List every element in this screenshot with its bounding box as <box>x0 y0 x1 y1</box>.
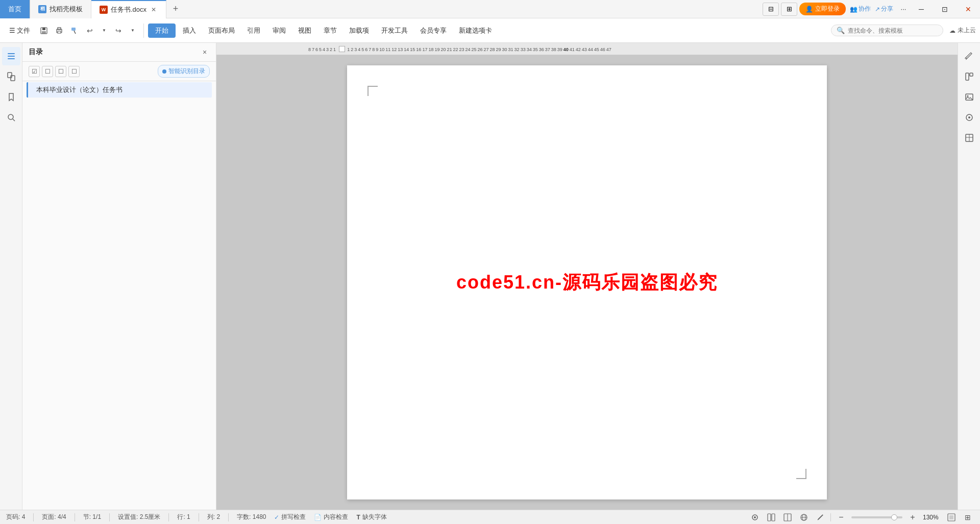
window-layout-button[interactable]: ⊟ <box>763 3 779 16</box>
undo-dropdown[interactable]: ▼ <box>97 24 111 37</box>
share-button[interactable]: ↗ 分享 <box>875 5 893 13</box>
word-count-label: 字数: 1480 <box>237 513 266 521</box>
insert-menu[interactable]: 插入 <box>178 23 201 38</box>
zoom-in-button[interactable]: + <box>906 511 919 523</box>
vip-menu[interactable]: 会员专享 <box>415 23 452 38</box>
addon-menu[interactable]: 加载项 <box>344 23 374 38</box>
save-button[interactable] <box>37 24 51 37</box>
svg-line-14 <box>13 119 15 121</box>
page-code-label: 页码: 4 <box>6 513 25 521</box>
format-painter-button[interactable] <box>68 24 81 37</box>
file-menu-button[interactable]: ☰ 文件 <box>4 24 35 37</box>
preview-button[interactable] <box>749 511 761 523</box>
redo-button[interactable]: ↪ <box>112 24 125 37</box>
row-label: 行: 1 <box>177 513 190 521</box>
hamburger-icon: ☰ <box>9 27 15 34</box>
word-count: 字数: 1480 <box>237 513 266 521</box>
ribbon: ☰ 文件 ↩ ▼ ↪ ▼ 开始 插入 页面布局 引用 审阅 视图 章节 加载项 … <box>0 18 980 43</box>
ruler-content: 87654321 1234567891011121314151617181920… <box>216 46 958 52</box>
tab-home-label: 首页 <box>8 5 21 14</box>
redo-dropdown[interactable]: ▼ <box>126 24 139 37</box>
tab-doc[interactable]: W 任务书.docx ✕ <box>91 0 166 18</box>
undo-button[interactable]: ↩ <box>83 24 96 37</box>
start-tab-button[interactable]: 开始 <box>148 23 176 38</box>
zoom-slider[interactable] <box>851 516 902 518</box>
cloud-icon: ☁ <box>949 27 955 34</box>
login-button[interactable]: 👤 立即登录 <box>799 3 846 15</box>
setting-value: 设置值: 2.5厘米 <box>118 513 160 521</box>
toc-tool-1[interactable]: ☐ <box>42 66 53 77</box>
right-icon-edit[interactable] <box>960 47 978 65</box>
zoom-handle[interactable] <box>891 514 897 520</box>
print-button[interactable] <box>53 24 66 37</box>
sidebar-icon-bookmark[interactable] <box>2 88 20 106</box>
globe-button[interactable] <box>798 511 810 523</box>
newtab-menu[interactable]: 新建选项卡 <box>454 23 497 38</box>
cloud-status[interactable]: ☁ 未上云 <box>949 26 976 35</box>
more-button[interactable]: ··· <box>897 3 910 15</box>
search-input[interactable] <box>848 27 929 34</box>
sidebar-icon-pages[interactable] <box>2 67 20 86</box>
collab-label: 协作 <box>859 5 871 13</box>
close-button[interactable]: ✕ <box>957 0 980 18</box>
tab-add-button[interactable]: + <box>166 0 185 18</box>
share-icon: ↗ <box>875 6 880 13</box>
page-view-button[interactable] <box>765 511 777 523</box>
collab-icon: 👥 <box>850 6 857 13</box>
tab-home[interactable]: 首页 <box>0 0 30 18</box>
right-icon-image[interactable] <box>960 88 978 106</box>
toc-checkbox-all[interactable]: ☑ <box>29 66 40 77</box>
pen-tool-button[interactable] <box>814 511 826 523</box>
section-label: 节: 1/1 <box>83 513 101 521</box>
toc-close-button[interactable]: × <box>200 47 210 57</box>
right-icon-table[interactable] <box>960 129 978 147</box>
share-label: 分享 <box>881 5 893 13</box>
layout-menu[interactable]: 页面布局 <box>203 23 240 38</box>
spell-check-button[interactable]: ✓ 拼写检查 <box>274 513 306 521</box>
zoom-out-button[interactable]: − <box>835 511 847 523</box>
missing-font-label: 缺失字体 <box>362 513 387 521</box>
split-view-button[interactable] <box>781 511 794 523</box>
toc-item-1-label: 本科毕业设计（论文）任务书 <box>36 85 122 94</box>
status-sep-6 <box>228 513 229 521</box>
window-split-button[interactable]: ⊞ <box>781 3 797 16</box>
references-menu[interactable]: 引用 <box>242 23 265 38</box>
tab-template[interactable]: 稻 找稻壳模板 <box>30 0 91 18</box>
toc-header: 目录 × <box>22 43 216 62</box>
missing-font-button[interactable]: T 缺失字体 <box>356 513 386 521</box>
toc-tool-2[interactable]: ☐ <box>55 66 66 77</box>
check-icon: ✓ <box>274 514 279 521</box>
svg-point-18 <box>967 96 968 97</box>
view-menu[interactable]: 视图 <box>293 23 316 38</box>
develop-menu[interactable]: 开发工具 <box>376 23 413 38</box>
toc-smart-button[interactable]: 智能识别目录 <box>158 65 210 78</box>
review-menu[interactable]: 审阅 <box>267 23 291 38</box>
right-icon-settings[interactable] <box>960 108 978 127</box>
page-info: 页面: 4/4 <box>42 513 66 521</box>
sidebar-icon-search[interactable] <box>2 108 20 127</box>
fit-page-button[interactable] <box>945 511 958 523</box>
right-icon-format[interactable] <box>960 67 978 86</box>
sidebar-icon-nav[interactable] <box>2 47 20 65</box>
minimize-button[interactable]: ─ <box>910 0 933 18</box>
document-canvas[interactable]: code51.cn-源码乐园盗图必究 <box>216 55 958 510</box>
svg-rect-16 <box>970 73 973 76</box>
zoom-sep <box>830 513 831 521</box>
collab-button[interactable]: 👥 协作 <box>850 5 871 13</box>
right-sidebar <box>958 43 980 510</box>
toc-item-1[interactable]: 本科毕业设计（论文）任务书 <box>27 82 212 98</box>
col-label: 列: 2 <box>207 513 220 521</box>
setting-label: 设置值: 2.5厘米 <box>118 513 160 521</box>
tab-template-label: 找稻壳模板 <box>50 5 83 14</box>
section-menu[interactable]: 章节 <box>318 23 342 38</box>
tab-close-button[interactable]: ✕ <box>150 6 158 14</box>
content-check-button[interactable]: 📄 内容检查 <box>314 513 348 521</box>
expand-button[interactable]: ⊞ <box>962 511 974 523</box>
svg-rect-34 <box>949 515 953 519</box>
svg-point-20 <box>968 116 970 118</box>
svg-rect-26 <box>768 514 771 521</box>
svg-rect-4 <box>58 28 61 30</box>
toc-tool-3[interactable]: ☐ <box>68 66 80 77</box>
restore-button[interactable]: ⊡ <box>933 0 957 18</box>
toc-panel: 目录 × ☑ ☐ ☐ ☐ 智能识别目录 本科毕业设计（论文）任务书 <box>22 43 216 510</box>
